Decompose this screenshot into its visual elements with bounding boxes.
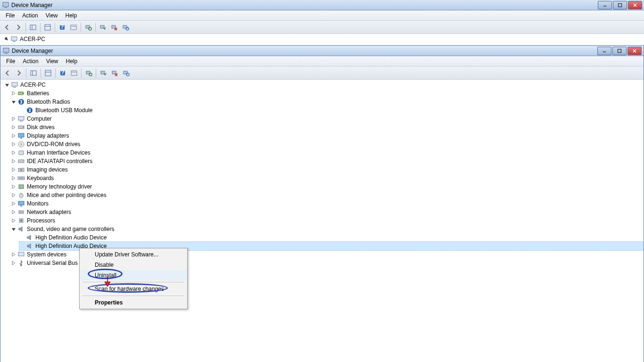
tree-item-processors[interactable]: Processors	[11, 216, 644, 225]
svg-point-74	[22, 212, 23, 213]
usb-icon	[17, 259, 25, 267]
tree-item-network[interactable]: Network adapters	[11, 208, 644, 216]
cm-uninstall[interactable]: Uninstall	[81, 270, 186, 280]
help-button[interactable]: ?	[58, 68, 68, 78]
properties-button[interactable]	[42, 22, 53, 33]
maximize-button[interactable]	[613, 1, 627, 9]
expander-icon[interactable]	[11, 167, 17, 173]
svg-rect-8	[45, 25, 50, 30]
menu-file[interactable]: File	[2, 11, 18, 20]
toolbar-separator	[81, 23, 81, 32]
tree-root-row[interactable]: ACER-PC	[2, 35, 644, 43]
svg-point-78	[21, 265, 22, 266]
expander-icon[interactable]	[11, 218, 17, 223]
tree-item-batteries[interactable]: Batteries	[11, 89, 644, 98]
menu-help[interactable]: Help	[62, 57, 82, 66]
tree-item-mice[interactable]: Mice and other pointing devices	[11, 191, 644, 199]
menu-action[interactable]: Action	[18, 11, 41, 20]
minimize-button[interactable]	[598, 1, 612, 9]
tree-item-bluetooth-usb[interactable]: Bluetooth USB Module	[19, 106, 644, 115]
svg-rect-77	[18, 252, 24, 256]
scan-hardware-button[interactable]	[83, 68, 94, 78]
expander-icon[interactable]	[11, 260, 17, 266]
tree-label: Imaging devices	[27, 166, 68, 173]
outer-titlebar[interactable]: Device Manager	[0, 0, 644, 10]
tree-item-bluetooth[interactable]: Bluetooth Radios	[11, 98, 644, 106]
expander-icon[interactable]	[11, 201, 17, 206]
expander-icon[interactable]	[11, 184, 17, 189]
inner-titlebar[interactable]: Device Manager	[0, 46, 644, 56]
toolbar-separator	[81, 68, 82, 78]
show-hide-tree-button[interactable]	[28, 22, 38, 33]
tree-item-keyboards[interactable]: Keyboards	[11, 174, 644, 182]
show-hide-tree-button[interactable]	[28, 68, 39, 78]
tree-item-hda1[interactable]: High Definition Audio Device	[19, 233, 644, 242]
uninstall-device-button[interactable]	[120, 22, 131, 33]
expander-open-icon[interactable]	[11, 99, 17, 105]
cm-scan-hardware[interactable]: Scan for hardware changes	[81, 284, 186, 294]
disable-device-button[interactable]	[109, 68, 120, 78]
maximize-button[interactable]	[612, 47, 627, 55]
nav-forward-button[interactable]	[14, 68, 24, 78]
expander-icon[interactable]	[11, 209, 17, 215]
expander-icon[interactable]	[11, 116, 17, 122]
expander-icon[interactable]	[11, 192, 17, 198]
expander-icon[interactable]	[11, 90, 17, 96]
nav-forward-button[interactable]	[13, 22, 24, 33]
expander-icon[interactable]	[11, 133, 17, 139]
enable-device-button[interactable]	[98, 22, 108, 33]
toolbar-separator	[40, 23, 41, 32]
svg-rect-47	[13, 87, 16, 88]
tree-item-ide[interactable]: IDE ATA/ATAPI controllers	[11, 157, 644, 165]
tree-item-sound[interactable]: Sound, video and game controllers	[11, 225, 644, 233]
minimize-button[interactable]	[597, 47, 611, 55]
nav-back-button[interactable]	[2, 68, 13, 78]
help-button[interactable]: ?	[57, 22, 67, 33]
svg-rect-72	[19, 211, 24, 214]
svg-rect-71	[20, 206, 22, 206]
expander-icon[interactable]	[11, 252, 17, 257]
sound-icon	[26, 242, 33, 250]
tree-root-row[interactable]: ACER-PC	[2, 81, 644, 89]
tree-item-disk-drives[interactable]: Disk drives	[11, 123, 644, 132]
expander-icon[interactable]	[11, 175, 17, 181]
tree-item-dvd[interactable]: DVD/CD-ROM drives	[11, 140, 644, 148]
nav-back-button[interactable]	[2, 22, 12, 33]
view-options-button[interactable]	[68, 22, 79, 33]
tree-item-display-adapters[interactable]: Display adapters	[11, 132, 644, 140]
svg-text:?: ?	[60, 24, 64, 30]
expander-open-icon[interactable]	[11, 226, 17, 232]
close-button[interactable]	[627, 47, 642, 55]
tree-label: Display adapters	[27, 132, 69, 139]
tree-item-computer[interactable]: Computer	[11, 115, 644, 123]
tree-label: Bluetooth USB Module	[35, 107, 92, 114]
expander-icon[interactable]	[4, 36, 9, 42]
tree-item-memtech[interactable]: Memory technology driver	[11, 182, 644, 191]
cm-disable[interactable]: Disable	[81, 260, 186, 270]
menu-file[interactable]: File	[2, 57, 19, 66]
tree-item-monitors[interactable]: Monitors	[11, 199, 644, 208]
device-tree-panel[interactable]: ACER-PC Batteries Bluetooth Radios Bluet…	[0, 80, 644, 362]
cm-update-driver[interactable]: Update Driver Software...	[81, 249, 186, 260]
view-options-button[interactable]	[69, 68, 79, 78]
menu-view[interactable]: View	[42, 57, 62, 66]
expander-icon[interactable]	[11, 141, 17, 147]
expander-icon[interactable]	[11, 124, 17, 130]
svg-rect-1	[4, 7, 7, 8]
close-button[interactable]	[628, 1, 642, 9]
uninstall-device-button[interactable]	[121, 68, 131, 78]
menu-view[interactable]: View	[42, 11, 62, 20]
disable-device-button[interactable]	[109, 22, 119, 33]
scan-hardware-button[interactable]	[83, 22, 93, 33]
enable-device-button[interactable]	[98, 68, 108, 78]
menu-help[interactable]: Help	[62, 11, 81, 20]
expander-open-icon[interactable]	[4, 82, 10, 88]
tree-item-imaging[interactable]: Imaging devices	[11, 165, 644, 174]
expander-icon[interactable]	[11, 158, 17, 164]
menu-action[interactable]: Action	[19, 57, 42, 66]
expander-icon[interactable]	[11, 150, 17, 156]
svg-point-63	[20, 169, 22, 171]
properties-button[interactable]	[43, 68, 53, 78]
cm-properties[interactable]: Properties	[81, 297, 186, 308]
tree-item-hid[interactable]: Human Interface Devices	[11, 148, 644, 157]
